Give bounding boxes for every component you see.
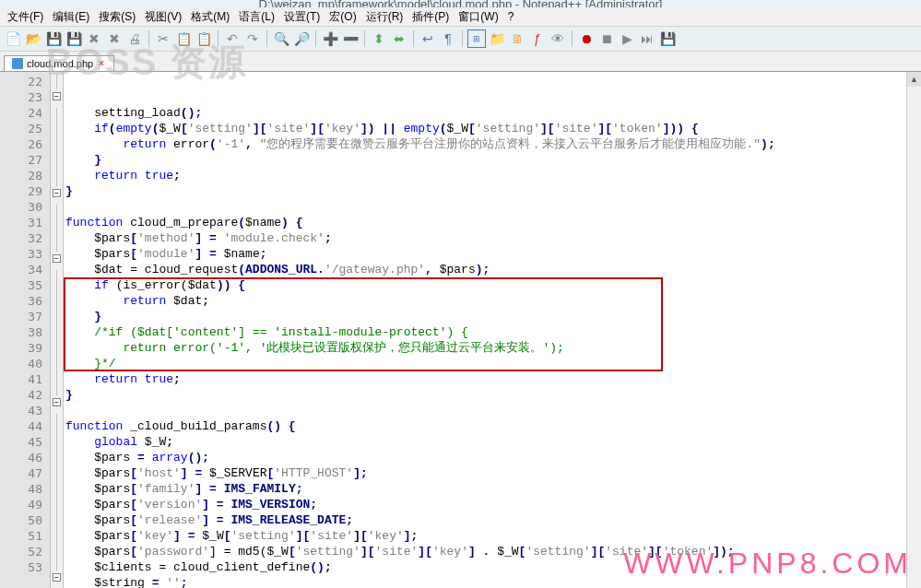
save-icon[interactable]: 💾 (44, 29, 63, 48)
print-icon[interactable]: 🖨 (125, 29, 144, 48)
toolbar-separator (218, 30, 218, 47)
new-file-icon[interactable]: 📄 (4, 29, 22, 48)
stop-icon[interactable]: ⏹ (597, 29, 616, 48)
doc-map-icon[interactable]: 🗎 (508, 29, 526, 48)
line-number: 49 (0, 497, 50, 512)
line-number: 27 (0, 152, 50, 168)
tab-file[interactable]: cloud.mod.php ✕ (4, 55, 114, 71)
line-number: 24 (0, 105, 50, 121)
copy-icon[interactable]: 📋 (174, 29, 193, 48)
menu-macro[interactable]: 宏(O) (325, 7, 360, 27)
savemacro-icon[interactable]: 💾 (658, 29, 677, 48)
allchars-icon[interactable]: ¶ (439, 29, 457, 48)
line-number: 51 (0, 528, 50, 544)
code-line[interactable]: setting_load(); (65, 105, 921, 121)
code-line[interactable] (65, 199, 921, 215)
save-all-icon[interactable]: 💾 (65, 29, 83, 48)
find-icon[interactable]: 🔍 (272, 29, 290, 48)
code-line[interactable]: $pars['method'] = 'module.check'; (65, 230, 921, 246)
zoom-in-icon[interactable]: ➕ (321, 29, 339, 48)
menu-window[interactable]: 窗口(W) (455, 7, 502, 27)
menu-language[interactable]: 语言(L) (235, 7, 278, 27)
code-line[interactable]: return true; (65, 168, 921, 183)
code-line[interactable]: } (65, 309, 921, 324)
code-line[interactable] (65, 403, 921, 418)
indent-guide-icon[interactable]: ⊞ (467, 29, 486, 48)
line-number: 38 (0, 324, 50, 340)
line-number: 39 (0, 340, 50, 356)
code-line[interactable]: $string = ''; (65, 575, 921, 588)
line-number: 22 (0, 74, 50, 89)
paste-icon[interactable]: 📋 (195, 29, 213, 48)
code-line[interactable]: /*if ($dat['content'] == 'install-module… (65, 324, 921, 340)
code-line[interactable]: } (65, 152, 921, 168)
replace-icon[interactable]: 🔎 (292, 29, 311, 48)
code-line[interactable]: $pars['host'] = $_SERVER['HTTP_HOST']; (65, 465, 921, 481)
monitor-icon[interactable]: 👁 (549, 29, 567, 48)
record-icon[interactable]: ⏺ (577, 29, 596, 48)
sync-v-icon[interactable]: ⬍ (370, 29, 388, 48)
menu-file[interactable]: 文件(F) (4, 7, 47, 27)
menu-view[interactable]: 视图(V) (141, 7, 185, 27)
code-line[interactable]: if (is_error($dat)) { (65, 277, 921, 293)
menu-help[interactable]: ? (504, 8, 518, 25)
function-list-icon[interactable]: ƒ (528, 29, 547, 48)
menu-search[interactable]: 搜索(S) (95, 7, 139, 27)
line-number: 47 (0, 465, 50, 481)
menu-edit[interactable]: 编辑(E) (49, 7, 93, 27)
menu-run[interactable]: 运行(R) (362, 7, 407, 27)
toolbar-separator (266, 30, 267, 47)
code-line[interactable]: $pars['module'] = $name; (65, 246, 921, 262)
playmulti-icon[interactable]: ⏭ (638, 29, 656, 48)
menu-plugins[interactable]: 插件(P) (408, 7, 453, 27)
code-line[interactable]: $pars = array(); (65, 450, 921, 465)
vertical-scrollbar[interactable]: ▲ (906, 72, 921, 588)
code-line[interactable]: $dat = cloud_request(ADDONS_URL.'/gatewa… (65, 262, 921, 277)
menu-settings[interactable]: 设置(T) (280, 7, 324, 27)
line-number-gutter: 2223242526272829303132333435363738394041… (0, 72, 51, 588)
line-number: 41 (0, 371, 50, 387)
undo-icon[interactable]: ↶ (223, 29, 242, 48)
cut-icon[interactable]: ✂ (154, 29, 172, 48)
redo-icon[interactable]: ↷ (243, 29, 262, 48)
code-line[interactable]: return error('-1', "您的程序需要在微赞云服务平台注册你的站点… (65, 136, 921, 152)
code-line[interactable]: $pars['password'] = md5($_W['setting']['… (65, 544, 921, 559)
code-line[interactable]: function _cloud_build_params() { (65, 418, 921, 434)
menu-bar: 文件(F) 编辑(E) 搜索(S) 视图(V) 格式(M) 语言(L) 设置(T… (0, 7, 921, 26)
close-all-icon[interactable]: ✖ (105, 29, 124, 48)
code-line[interactable]: $clients = cloud_client_define(); (65, 559, 921, 575)
line-number: 36 (0, 293, 50, 309)
code-line[interactable]: $pars['key'] = $_W['setting']['site']['k… (65, 528, 921, 544)
line-number: 25 (0, 121, 50, 136)
code-line[interactable]: return true; (65, 371, 921, 387)
code-line[interactable]: } (65, 387, 921, 403)
code-line[interactable]: function cloud_m_prepare($name) { (65, 215, 921, 230)
code-line[interactable]: $pars['version'] = IMS_VERSION; (65, 497, 921, 512)
code-line[interactable]: $pars['release'] = IMS_RELEASE_DATE; (65, 512, 921, 528)
play-icon[interactable]: ▶ (618, 29, 636, 48)
code-line[interactable]: if(empty($_W['setting']['site']['key']) … (65, 121, 921, 136)
code-line[interactable]: }*/ (65, 356, 921, 371)
close-icon[interactable]: ✖ (85, 29, 103, 48)
menu-format[interactable]: 格式(M) (187, 7, 233, 27)
file-icon (12, 58, 23, 69)
fold-column: −−−−− (51, 72, 64, 588)
line-number: 26 (0, 136, 50, 152)
scroll-up-icon[interactable]: ▲ (907, 72, 921, 87)
code-line[interactable]: $pars['family'] = IMS_FAMILY; (65, 481, 921, 497)
code-line[interactable]: } (65, 183, 921, 199)
sync-h-icon[interactable]: ⬌ (390, 29, 408, 48)
code-line[interactable]: return error('-1', '此模块已设置版权保护，您只能通过云平台来… (65, 340, 921, 356)
tab-close-icon[interactable]: ✕ (97, 59, 106, 68)
open-file-icon[interactable]: 📂 (24, 29, 42, 48)
wordwrap-icon[interactable]: ↩ (419, 29, 437, 48)
line-number: 30 (0, 199, 50, 215)
code-area[interactable]: setting_load(); if(empty($_W['setting'][… (64, 72, 921, 588)
toolbar: 📄 📂 💾 💾 ✖ ✖ 🖨 ✂ 📋 📋 ↶ ↷ 🔍 🔎 ➕ ➖ ⬍ ⬌ ↩ ¶ … (0, 26, 921, 52)
line-number: 53 (0, 559, 50, 575)
code-line[interactable]: return $dat; (65, 293, 921, 309)
code-line[interactable]: global $_W; (65, 434, 921, 450)
line-number: 29 (0, 183, 50, 199)
zoom-out-icon[interactable]: ➖ (341, 29, 360, 48)
folder-icon[interactable]: 📁 (488, 29, 506, 48)
